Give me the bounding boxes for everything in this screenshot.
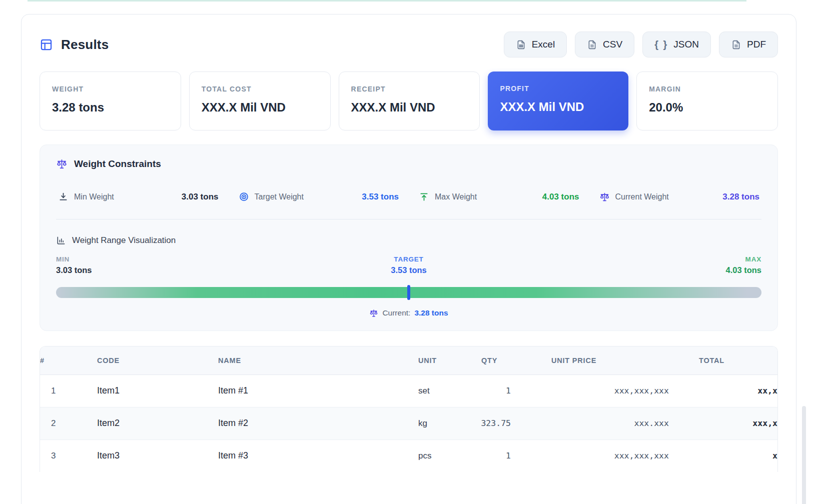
range-max-value: 4.03 tons (725, 266, 761, 275)
row-unit: set (406, 374, 454, 407)
export-csv-label: CSV (603, 39, 622, 50)
col-header-unit: UNIT (406, 346, 454, 374)
range-min-label: MIN (56, 256, 70, 263)
min-weight-value: 3.03 tons (182, 192, 219, 202)
current-weight-stat: Current Weight 3.28 tons (599, 192, 760, 202)
range-min: MIN 3.03 tons (56, 256, 92, 275)
current-weight-line: Current: 3.28 tons (56, 308, 761, 318)
row-unit: kg (406, 407, 454, 440)
row-unit: pcs (406, 440, 454, 472)
items-table: # CODE NAME UNIT QTY UNIT PRICE TOTAL 1 … (40, 346, 778, 472)
col-header-total: TOTAL (674, 346, 777, 374)
summary-cards: WEIGHT 3.28 tons TOTAL COST XXX.X Mil VN… (40, 72, 778, 130)
braces-icon: { } (654, 39, 668, 50)
row-name: Item #1 (206, 374, 406, 407)
margin-card-label: MARGIN (649, 85, 765, 93)
weight-constraints-title: Weight Constraints (74, 158, 161, 170)
arrow-up-from-line-icon (419, 192, 429, 202)
row-qty: 1 (454, 374, 524, 407)
top-accent-line (28, 0, 746, 2)
row-name: Item #3 (206, 440, 406, 472)
constraint-stats: Min Weight 3.03 tons Target Weight 3.53 … (56, 192, 761, 202)
target-icon (239, 192, 249, 202)
table-row[interactable]: 2 Item2 Item #2 kg 323.75 xxx.xxx xxx,x (40, 407, 777, 440)
scale-icon (56, 158, 68, 170)
table-header-row: # CODE NAME UNIT QTY UNIT PRICE TOTAL (40, 346, 777, 374)
profit-card: PROFIT XXX.X Mil VND (488, 72, 628, 130)
weight-card: WEIGHT 3.28 tons (40, 72, 181, 130)
results-header: Results Excel (40, 32, 778, 58)
target-marker[interactable] (407, 285, 410, 300)
results-card: Results Excel (21, 14, 796, 504)
range-labels: MIN 3.03 tons TARGET 3.53 tons MAX 4.03 … (56, 256, 761, 275)
file-lines-icon (731, 40, 741, 50)
arrow-down-to-line-icon (58, 192, 69, 202)
row-num: 1 (40, 374, 85, 407)
row-name: Item #2 (206, 407, 406, 440)
scrollbar[interactable] (802, 406, 806, 504)
total-cost-card-label: TOTAL COST (202, 85, 318, 93)
export-csv-button[interactable]: CSV (575, 32, 634, 58)
col-header-num: # (40, 346, 85, 374)
range-max-label: MAX (745, 256, 761, 263)
range-target: TARGET 3.53 tons (92, 256, 726, 275)
export-excel-button[interactable]: Excel (504, 32, 567, 58)
profit-card-value: XXX.X Mil VND (500, 100, 616, 114)
table-icon (40, 38, 53, 52)
weight-range-title: Weight Range Visualization (72, 236, 176, 246)
row-qty: 1 (454, 440, 524, 472)
col-header-code: CODE (85, 346, 206, 374)
col-header-unit-price: UNIT PRICE (524, 346, 674, 374)
row-num: 2 (40, 407, 85, 440)
max-weight-stat: Max Weight 4.03 tons (419, 192, 579, 202)
export-pdf-button[interactable]: PDF (719, 32, 778, 58)
max-weight-value: 4.03 tons (542, 192, 579, 202)
min-weight-stat: Min Weight 3.03 tons (58, 192, 219, 202)
total-cost-card: TOTAL COST XXX.X Mil VND (189, 72, 331, 130)
min-weight-label: Min Weight (74, 192, 114, 202)
current-label: Current: (382, 308, 410, 318)
row-unit-price: xxx,xxx,xxx (524, 440, 674, 472)
export-json-label: JSON (673, 39, 699, 50)
bar-chart-icon (56, 236, 66, 246)
target-weight-value: 3.53 tons (362, 192, 399, 202)
row-num: 3 (40, 440, 85, 472)
row-total: xxx,x (674, 407, 777, 440)
weight-range-bar (56, 287, 761, 298)
max-weight-label: Max Weight (435, 192, 477, 202)
row-unit-price: xxx,xxx,xxx (524, 374, 674, 407)
current-value: 3.28 tons (414, 308, 448, 318)
weight-card-label: WEIGHT (52, 85, 169, 93)
row-code: Item1 (85, 374, 206, 407)
target-weight-label: Target Weight (255, 192, 304, 202)
row-unit-price: xxx.xxx (524, 407, 674, 440)
export-excel-label: Excel (532, 39, 555, 50)
row-total: x (674, 440, 777, 472)
export-pdf-label: PDF (747, 39, 766, 50)
scale-icon (599, 192, 610, 202)
export-json-button[interactable]: { } JSON (642, 32, 711, 58)
current-weight-label: Current Weight (615, 192, 669, 202)
margin-card-value: 20.0% (649, 100, 765, 114)
export-buttons: Excel CSV { } JSON (504, 32, 778, 58)
table-row[interactable]: 1 Item1 Item #1 set 1 xxx,xxx,xxx xx,x (40, 374, 777, 407)
page-title: Results (61, 37, 109, 52)
range-max: MAX 4.03 tons (725, 256, 761, 275)
current-weight-value: 3.28 tons (722, 192, 759, 202)
row-code: Item2 (85, 407, 206, 440)
range-target-value: 3.53 tons (391, 266, 427, 275)
file-lines-icon (587, 40, 597, 50)
row-qty: 323.75 (454, 407, 524, 440)
row-code: Item3 (85, 440, 206, 472)
row-total: xx,x (674, 374, 777, 407)
receipt-card-label: RECEIPT (351, 85, 468, 93)
table-row[interactable]: 3 Item3 Item #3 pcs 1 xxx,xxx,xxx x (40, 440, 777, 472)
total-cost-card-value: XXX.X Mil VND (202, 100, 318, 114)
target-weight-stat: Target Weight 3.53 tons (239, 192, 399, 202)
scale-icon (369, 308, 378, 318)
range-min-value: 3.03 tons (56, 266, 92, 275)
panel-divider (56, 219, 761, 220)
profit-card-label: PROFIT (500, 84, 616, 92)
file-spreadsheet-icon (516, 40, 526, 50)
receipt-card: RECEIPT XXX.X Mil VND (339, 72, 480, 130)
